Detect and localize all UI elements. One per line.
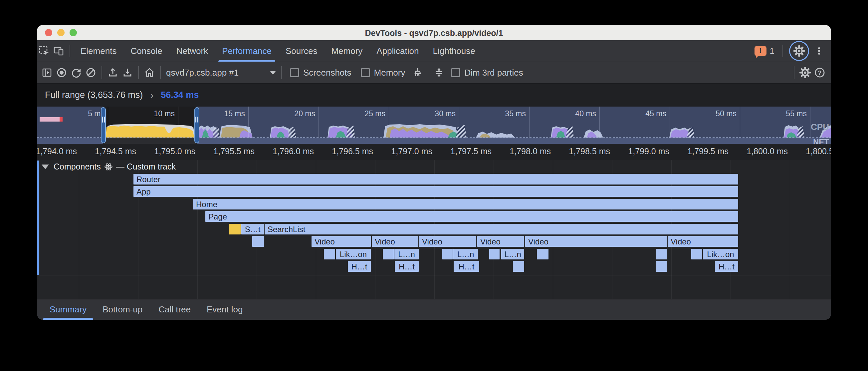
- performance-toolbar: qsvd7p.csb.app #1 Screenshots Memory: [37, 62, 831, 83]
- flame-bar[interactable]: [691, 249, 702, 259]
- panel-tabs: ElementsConsoleNetworkPerformanceSources…: [73, 40, 482, 62]
- range-handle-left[interactable]: [101, 107, 106, 143]
- toggle-sidebar-icon[interactable]: [40, 65, 54, 81]
- flame-bar[interactable]: [537, 249, 549, 259]
- more-options-icon[interactable]: [812, 43, 827, 59]
- flame-bar-l-n[interactable]: L…n: [501, 249, 524, 259]
- devtools-window: DevTools - qsvd7p.csb.app/video/1 Elemen…: [37, 25, 831, 320]
- checkbox-icon: [451, 68, 460, 77]
- flame-bar-lik-on[interactable]: Lik…on: [703, 249, 738, 259]
- inspect-element-icon[interactable]: [37, 43, 52, 59]
- flame-bar-video[interactable]: Video: [525, 236, 667, 247]
- collect-garbage-icon[interactable]: [410, 65, 424, 81]
- flame-bar-lik-on[interactable]: Lik…on: [336, 249, 371, 259]
- error-badge-icon[interactable]: !: [754, 46, 767, 56]
- load-profile-icon[interactable]: [105, 65, 120, 81]
- flame-bar[interactable]: [229, 224, 241, 234]
- time-axis-label: 1,797.5 ms: [450, 146, 492, 156]
- range-breadcrumb: Full range (3,653.76 ms) › 56.34 ms: [37, 83, 831, 107]
- divider: [160, 66, 161, 79]
- record-icon[interactable]: [54, 65, 69, 81]
- flame-bar-s-t[interactable]: S…t: [241, 224, 264, 234]
- network-strip-selection: [103, 138, 197, 144]
- capture-settings-gear-icon[interactable]: [798, 65, 812, 81]
- home-icon[interactable]: [142, 65, 157, 81]
- ruler-tick-label: 15 ms: [224, 109, 245, 118]
- bottom-tab-call-tree[interactable]: Call tree: [150, 299, 199, 320]
- flame-bar-h-t[interactable]: H…t: [715, 261, 738, 272]
- dim-3rd-parties-checkbox[interactable]: Dim 3rd parties: [451, 67, 523, 78]
- flame-bar[interactable]: [489, 249, 500, 259]
- flame-bar-h-t[interactable]: H…t: [348, 261, 371, 272]
- tab-network[interactable]: Network: [169, 40, 215, 62]
- device-toolbar-icon[interactable]: [52, 43, 66, 59]
- flame-bar-video[interactable]: Video: [668, 236, 738, 247]
- screenshots-checkbox[interactable]: Screenshots: [290, 67, 351, 78]
- bottom-tab-bottom-up[interactable]: Bottom-up: [95, 299, 150, 320]
- help-icon[interactable]: ?: [812, 65, 827, 81]
- clear-icon[interactable]: [84, 65, 98, 81]
- ruler-tick-label: 30 ms: [435, 109, 456, 118]
- ruler-tick: [389, 107, 389, 138]
- flame-bar-h-t[interactable]: H…t: [454, 261, 479, 272]
- tab-sources[interactable]: Sources: [279, 40, 324, 62]
- settings-gear-focus-ring[interactable]: [789, 41, 809, 61]
- flame-bar-home[interactable]: Home: [193, 199, 738, 209]
- flame-bar-video[interactable]: Video: [419, 236, 476, 247]
- flame-bar[interactable]: [513, 261, 524, 272]
- ruler-tick: [108, 107, 108, 138]
- breadcrumb-full-range[interactable]: Full range (3,653.76 ms): [45, 90, 143, 100]
- record-and-reload-icon[interactable]: [69, 65, 84, 81]
- range-handle-right[interactable]: [194, 107, 199, 143]
- timeline-overview[interactable]: 5 ms10 ms15 ms20 ms25 ms30 ms35 ms40 ms4…: [37, 107, 831, 144]
- tab-console[interactable]: Console: [123, 40, 169, 62]
- bottom-tab-summary[interactable]: Summary: [41, 299, 95, 320]
- flame-bar-app[interactable]: App: [133, 186, 738, 197]
- memory-checkbox[interactable]: Memory: [361, 67, 405, 78]
- bottom-tab-bar: SummaryBottom-upCall treeEvent log: [37, 299, 831, 320]
- divider: [281, 66, 282, 79]
- save-profile-icon[interactable]: [120, 65, 135, 81]
- ruler-tick: [318, 107, 319, 138]
- tab-elements[interactable]: Elements: [73, 40, 123, 62]
- net-track-label: NET: [813, 138, 829, 144]
- toolbar-right-controls: ?: [790, 65, 831, 81]
- ruler-tick: [529, 107, 529, 138]
- flame-bar-searchlist[interactable]: SearchList: [265, 224, 738, 234]
- flame-bar[interactable]: [324, 249, 335, 259]
- gridline: [79, 160, 79, 299]
- time-axis-label: 1,795.5 ms: [213, 146, 255, 156]
- flame-bar-video[interactable]: Video: [312, 236, 371, 247]
- flame-bar-h-t[interactable]: H…t: [395, 261, 419, 272]
- ruler-tick: [740, 107, 740, 138]
- flame-bar-video[interactable]: Video: [477, 236, 524, 247]
- flame-bar[interactable]: [383, 249, 394, 259]
- collapse-recording-icon[interactable]: [432, 65, 446, 81]
- flame-bar-page[interactable]: Page: [205, 211, 738, 222]
- flame-bar[interactable]: [252, 236, 264, 247]
- tab-memory[interactable]: Memory: [324, 40, 369, 62]
- flame-bar-l-n[interactable]: L…n: [453, 249, 478, 259]
- bottom-tab-event-log[interactable]: Event log: [199, 299, 251, 320]
- screenshots-label: Screenshots: [303, 67, 351, 78]
- history-dropdown[interactable]: qsvd7p.csb.app #1: [166, 67, 276, 78]
- flame-bar[interactable]: [656, 249, 667, 259]
- selected-track-indicator: [37, 161, 39, 275]
- flame-chart[interactable]: Components — Custom track RouterAppHomeP…: [37, 160, 831, 299]
- tab-lighthouse[interactable]: Lighthouse: [426, 40, 482, 62]
- tab-application[interactable]: Application: [369, 40, 426, 62]
- flame-bar-router[interactable]: Router: [133, 174, 738, 184]
- chevron-down-icon: [270, 71, 276, 75]
- ruler-tick: [178, 107, 178, 138]
- main-tab-bar: ElementsConsoleNetworkPerformanceSources…: [37, 40, 831, 62]
- flame-bar-video[interactable]: Video: [372, 236, 418, 247]
- collapse-triangle-icon[interactable]: [41, 165, 49, 169]
- ruler-tick: [248, 107, 249, 138]
- tab-performance[interactable]: Performance: [215, 40, 279, 62]
- dim-3rd-parties-label: Dim 3rd parties: [464, 67, 523, 78]
- custom-track-header[interactable]: Components — Custom track: [41, 162, 176, 172]
- grip-icon: [104, 117, 105, 122]
- flame-bar[interactable]: [656, 261, 667, 272]
- flame-bar-l-n[interactable]: L…n: [394, 249, 419, 259]
- flame-bar[interactable]: [442, 249, 453, 259]
